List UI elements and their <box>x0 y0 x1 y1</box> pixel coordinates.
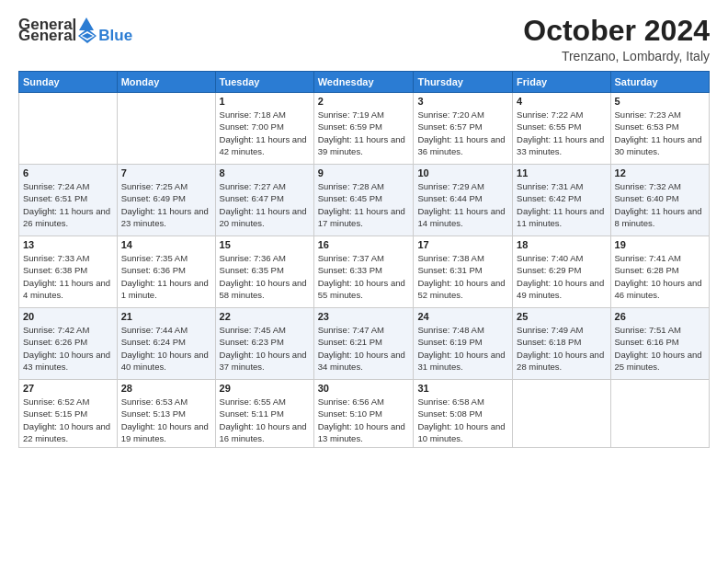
cell-3-2: 22Sunrise: 7:45 AMSunset: 6:23 PMDayligh… <box>215 308 313 380</box>
day-info-17: Sunrise: 7:38 AMSunset: 6:31 PMDaylight:… <box>417 252 508 301</box>
header: General General Blue October 2024 Trenza… <box>18 15 710 63</box>
cell-1-2: 8Sunrise: 7:27 AMSunset: 6:47 PMDaylight… <box>215 165 313 236</box>
day-info-28: Sunrise: 6:53 AMSunset: 5:13 PMDaylight:… <box>121 396 211 444</box>
week-row-3: 13Sunrise: 7:33 AMSunset: 6:38 PMDayligh… <box>19 236 710 308</box>
day-info-6: Sunrise: 7:24 AMSunset: 6:51 PMDaylight:… <box>23 180 113 229</box>
day-info-15: Sunrise: 7:36 AMSunset: 6:35 PMDaylight:… <box>220 252 310 301</box>
cell-2-4: 17Sunrise: 7:38 AMSunset: 6:31 PMDayligh… <box>414 236 513 308</box>
header-thursday: Thursday <box>414 72 513 93</box>
day-info-4: Sunrise: 7:22 AMSunset: 6:55 PMDaylight:… <box>517 109 606 157</box>
cell-0-1 <box>117 93 215 165</box>
cell-1-0: 6Sunrise: 7:24 AMSunset: 6:51 PMDaylight… <box>19 165 118 236</box>
day-info-27: Sunrise: 6:52 AMSunset: 5:15 PMDaylight:… <box>23 396 113 444</box>
day-info-29: Sunrise: 6:55 AMSunset: 5:11 PMDaylight:… <box>220 396 310 444</box>
header-wednesday: Wednesday <box>313 72 414 93</box>
day-number-1: 1 <box>220 96 310 107</box>
cell-0-0 <box>19 93 118 165</box>
cell-4-3: 30Sunrise: 6:56 AMSunset: 5:10 PMDayligh… <box>313 380 414 448</box>
day-info-3: Sunrise: 7:20 AMSunset: 6:57 PMDaylight:… <box>417 109 508 157</box>
day-info-10: Sunrise: 7:29 AMSunset: 6:44 PMDaylight:… <box>417 180 508 229</box>
day-info-2: Sunrise: 7:19 AMSunset: 6:59 PMDaylight:… <box>318 109 410 157</box>
logo-flag-icon <box>77 28 97 44</box>
day-info-20: Sunrise: 7:42 AMSunset: 6:26 PMDaylight:… <box>23 324 113 373</box>
day-info-31: Sunrise: 6:58 AMSunset: 5:08 PMDaylight:… <box>417 396 508 444</box>
day-number-8: 8 <box>220 167 310 178</box>
day-number-10: 10 <box>417 167 508 178</box>
cell-2-2: 15Sunrise: 7:36 AMSunset: 6:35 PMDayligh… <box>215 236 313 308</box>
day-number-2: 2 <box>318 96 410 107</box>
header-tuesday: Tuesday <box>215 72 313 93</box>
day-number-16: 16 <box>318 239 410 250</box>
day-number-15: 15 <box>220 239 310 250</box>
cell-3-3: 23Sunrise: 7:47 AMSunset: 6:21 PMDayligh… <box>313 308 414 380</box>
cell-4-2: 29Sunrise: 6:55 AMSunset: 5:11 PMDayligh… <box>215 380 313 448</box>
header-monday: Monday <box>117 72 215 93</box>
cell-3-0: 20Sunrise: 7:42 AMSunset: 6:26 PMDayligh… <box>19 308 118 380</box>
cell-1-1: 7Sunrise: 7:25 AMSunset: 6:49 PMDaylight… <box>117 165 215 236</box>
day-info-24: Sunrise: 7:48 AMSunset: 6:19 PMDaylight:… <box>417 324 508 373</box>
weekday-header-row: Sunday Monday Tuesday Wednesday Thursday… <box>19 72 710 93</box>
week-row-1: 1Sunrise: 7:18 AMSunset: 7:00 PMDaylight… <box>19 93 710 165</box>
day-number-5: 5 <box>615 96 705 107</box>
cell-2-1: 14Sunrise: 7:35 AMSunset: 6:36 PMDayligh… <box>117 236 215 308</box>
header-friday: Friday <box>513 72 610 93</box>
cell-2-3: 16Sunrise: 7:37 AMSunset: 6:33 PMDayligh… <box>313 236 414 308</box>
day-info-23: Sunrise: 7:47 AMSunset: 6:21 PMDaylight:… <box>318 324 410 373</box>
day-info-1: Sunrise: 7:18 AMSunset: 7:00 PMDaylight:… <box>220 109 310 157</box>
cell-3-1: 21Sunrise: 7:44 AMSunset: 6:24 PMDayligh… <box>117 308 215 380</box>
day-number-3: 3 <box>417 96 508 107</box>
title-area: October 2024 Trenzano, Lombardy, Italy <box>523 15 710 63</box>
day-info-18: Sunrise: 7:40 AMSunset: 6:29 PMDaylight:… <box>517 252 606 301</box>
day-info-12: Sunrise: 7:32 AMSunset: 6:40 PMDaylight:… <box>615 180 705 229</box>
day-number-6: 6 <box>23 167 113 178</box>
logo-general-text: General <box>18 27 76 45</box>
day-number-13: 13 <box>23 239 113 250</box>
cell-1-5: 11Sunrise: 7:31 AMSunset: 6:42 PMDayligh… <box>513 165 610 236</box>
cell-1-4: 10Sunrise: 7:29 AMSunset: 6:44 PMDayligh… <box>414 165 513 236</box>
cell-0-5: 4Sunrise: 7:22 AMSunset: 6:55 PMDaylight… <box>513 93 610 165</box>
day-info-5: Sunrise: 7:23 AMSunset: 6:53 PMDaylight:… <box>615 109 705 157</box>
day-number-22: 22 <box>220 311 310 322</box>
day-number-18: 18 <box>517 239 606 250</box>
cell-3-5: 25Sunrise: 7:49 AMSunset: 6:18 PMDayligh… <box>513 308 610 380</box>
day-number-28: 28 <box>121 383 211 394</box>
day-info-30: Sunrise: 6:56 AMSunset: 5:10 PMDaylight:… <box>318 396 410 444</box>
day-number-7: 7 <box>121 167 211 178</box>
day-info-19: Sunrise: 7:41 AMSunset: 6:28 PMDaylight:… <box>615 252 705 301</box>
cell-1-3: 9Sunrise: 7:28 AMSunset: 6:45 PMDaylight… <box>313 165 414 236</box>
day-number-12: 12 <box>615 167 705 178</box>
day-info-22: Sunrise: 7:45 AMSunset: 6:23 PMDaylight:… <box>220 324 310 373</box>
cell-0-6: 5Sunrise: 7:23 AMSunset: 6:53 PMDaylight… <box>610 93 709 165</box>
day-info-7: Sunrise: 7:25 AMSunset: 6:49 PMDaylight:… <box>121 180 211 229</box>
day-number-17: 17 <box>417 239 508 250</box>
cell-4-4: 31Sunrise: 6:58 AMSunset: 5:08 PMDayligh… <box>414 380 513 448</box>
cell-4-6 <box>610 380 709 448</box>
day-info-26: Sunrise: 7:51 AMSunset: 6:16 PMDaylight:… <box>615 324 705 373</box>
page: General General Blue October 2024 Trenza… <box>0 0 728 563</box>
day-info-9: Sunrise: 7:28 AMSunset: 6:45 PMDaylight:… <box>318 180 410 229</box>
day-info-13: Sunrise: 7:33 AMSunset: 6:38 PMDaylight:… <box>23 252 113 301</box>
cell-3-6: 26Sunrise: 7:51 AMSunset: 6:16 PMDayligh… <box>610 308 709 380</box>
logo-area: General General Blue <box>18 15 132 45</box>
cell-0-4: 3Sunrise: 7:20 AMSunset: 6:57 PMDaylight… <box>414 93 513 165</box>
day-info-16: Sunrise: 7:37 AMSunset: 6:33 PMDaylight:… <box>318 252 410 301</box>
cell-1-6: 12Sunrise: 7:32 AMSunset: 6:40 PMDayligh… <box>610 165 709 236</box>
cell-2-6: 19Sunrise: 7:41 AMSunset: 6:28 PMDayligh… <box>610 236 709 308</box>
cell-0-2: 1Sunrise: 7:18 AMSunset: 7:00 PMDaylight… <box>215 93 313 165</box>
day-number-30: 30 <box>318 383 410 394</box>
day-info-8: Sunrise: 7:27 AMSunset: 6:47 PMDaylight:… <box>220 180 310 229</box>
day-number-20: 20 <box>23 311 113 322</box>
day-number-24: 24 <box>417 311 508 322</box>
day-number-11: 11 <box>517 167 606 178</box>
cell-3-4: 24Sunrise: 7:48 AMSunset: 6:19 PMDayligh… <box>414 308 513 380</box>
location: Trenzano, Lombardy, Italy <box>523 49 710 63</box>
cell-4-1: 28Sunrise: 6:53 AMSunset: 5:13 PMDayligh… <box>117 380 215 448</box>
day-info-21: Sunrise: 7:44 AMSunset: 6:24 PMDaylight:… <box>121 324 211 373</box>
day-number-14: 14 <box>121 239 211 250</box>
week-row-5: 27Sunrise: 6:52 AMSunset: 5:15 PMDayligh… <box>19 380 710 448</box>
calendar-table: Sunday Monday Tuesday Wednesday Thursday… <box>18 71 710 448</box>
week-row-2: 6Sunrise: 7:24 AMSunset: 6:51 PMDaylight… <box>19 165 710 236</box>
day-number-21: 21 <box>121 311 211 322</box>
cell-2-5: 18Sunrise: 7:40 AMSunset: 6:29 PMDayligh… <box>513 236 610 308</box>
day-number-19: 19 <box>615 239 705 250</box>
